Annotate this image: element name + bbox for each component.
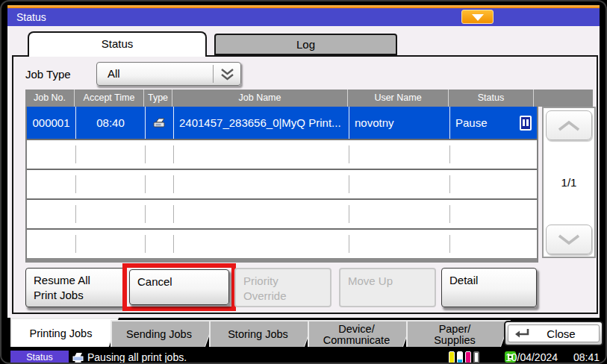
cell-type bbox=[146, 107, 174, 139]
job-type-dropdown[interactable]: All bbox=[96, 62, 241, 86]
toner-level-indicators bbox=[449, 351, 479, 363]
job-table-header: Job No. Accept Time Type Job Name User N… bbox=[25, 90, 593, 107]
resume-all-print-jobs-button[interactable]: Resume All Print Jobs bbox=[25, 268, 125, 307]
printer-status-icon bbox=[72, 352, 84, 363]
page-down-button[interactable] bbox=[546, 225, 592, 254]
status-badge: Status bbox=[10, 351, 69, 364]
status-bar: Status Pausing all print jobs. 10/04/202… bbox=[1, 349, 606, 364]
bottom-tab-printing-jobs[interactable]: Printing Jobs bbox=[10, 318, 119, 347]
cell-job-no: 000001 bbox=[27, 107, 76, 139]
tab-status[interactable]: Status bbox=[28, 31, 207, 57]
header-job-no: Job No. bbox=[25, 90, 75, 107]
screen-content: Status Log Job Type All Job No. Accept T… bbox=[7, 26, 600, 318]
table-row-empty bbox=[27, 139, 537, 169]
table-row-empty bbox=[27, 228, 537, 258]
toner-cyan-icon bbox=[457, 351, 463, 363]
page-indicator: 1/1 bbox=[544, 142, 594, 222]
table-row-empty bbox=[27, 198, 537, 228]
cancel-highlight-box: Cancel bbox=[122, 263, 236, 311]
page-up-button[interactable] bbox=[546, 110, 592, 140]
header-filler bbox=[534, 90, 593, 107]
header-user-name: User Name bbox=[348, 90, 449, 107]
bottom-tab-sending-jobs[interactable]: Sending Jobs bbox=[110, 320, 215, 347]
cell-accept-time: 08:40 bbox=[76, 107, 146, 139]
bottom-tab-paper-supplies[interactable]: Paper/ Supplies bbox=[406, 320, 511, 347]
status-time: 08:41 bbox=[573, 349, 600, 364]
detail-button[interactable]: Detail bbox=[441, 268, 537, 307]
printer-touchscreen: Status Status Log Job Type All Job No. bbox=[0, 0, 607, 364]
chevron-down-icon bbox=[555, 233, 582, 246]
status-message: Pausing all print jobs. bbox=[87, 349, 187, 364]
titlebar: Status bbox=[7, 8, 600, 26]
cancel-button[interactable]: Cancel bbox=[129, 269, 229, 305]
close-button[interactable]: Close bbox=[504, 321, 603, 346]
toner-yellow-icon bbox=[449, 351, 455, 363]
status-text: Pause bbox=[455, 116, 488, 129]
return-arrow-icon bbox=[514, 327, 531, 339]
collapse-panel-button[interactable] bbox=[461, 10, 494, 24]
job-type-value: All bbox=[108, 63, 120, 85]
table-row-selected[interactable]: 000001 08:40 2401457_283656_0|MyQ Print.… bbox=[27, 107, 537, 139]
priority-override-button: Priority Override bbox=[234, 268, 331, 307]
cell-status: Pause bbox=[450, 107, 535, 139]
cell-user-name: novotny bbox=[349, 107, 450, 139]
status-date: 10/04/2024 bbox=[505, 349, 558, 364]
dropdown-separator bbox=[213, 65, 214, 83]
double-chevron-down-icon bbox=[220, 68, 235, 81]
job-type-label: Job Type bbox=[25, 68, 71, 81]
tab-log[interactable]: Log bbox=[214, 34, 397, 55]
triangle-down-icon bbox=[472, 14, 484, 21]
header-job-name: Job Name bbox=[172, 90, 348, 107]
job-table-body: 000001 08:40 2401457_283656_0|MyQ Print.… bbox=[25, 107, 538, 263]
status-panel: Job Type All Job No. Accept Time Type Jo… bbox=[12, 55, 598, 314]
cell-job-name: 2401457_283656_0|MyQ Print... bbox=[174, 107, 349, 139]
header-accept-time: Accept Time bbox=[75, 90, 144, 107]
bottom-tab-device-communicate[interactable]: Device/ Communicate bbox=[308, 320, 413, 347]
header-status: Status bbox=[449, 90, 534, 107]
pause-icon bbox=[520, 116, 532, 131]
toner-magenta-icon bbox=[465, 351, 471, 363]
window-title: Status bbox=[16, 8, 46, 26]
chevron-up-icon bbox=[555, 119, 582, 132]
header-type: Type bbox=[144, 90, 172, 107]
move-up-button: Move Up bbox=[339, 268, 436, 307]
toner-black-icon bbox=[473, 351, 479, 363]
pagination-column: 1/1 bbox=[542, 107, 596, 258]
bottom-tab-storing-jobs[interactable]: Storing Jobs bbox=[209, 320, 314, 347]
table-row-empty bbox=[27, 169, 537, 198]
printer-job-icon bbox=[152, 117, 166, 129]
